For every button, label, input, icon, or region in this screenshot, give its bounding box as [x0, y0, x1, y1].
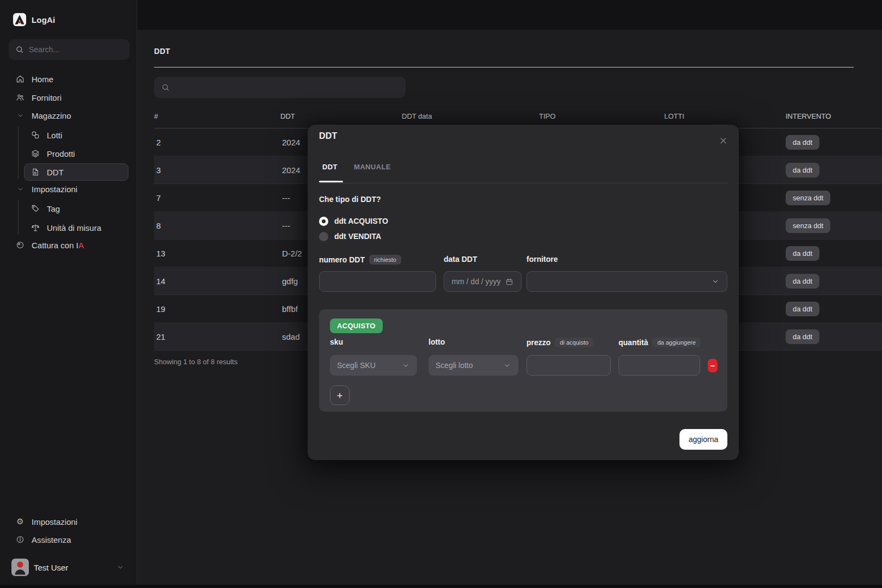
- chevron-down-icon: [16, 185, 24, 193]
- data-ddt-label: data DDT: [444, 255, 477, 264]
- sidebar-item-tag[interactable]: Tag: [9, 200, 130, 217]
- user-name: Test User: [34, 563, 68, 572]
- document-icon: [31, 168, 40, 176]
- col-header-lotti: LOTTI: [664, 112, 684, 120]
- tag-icon: [31, 204, 40, 213]
- active-tab-underline: [319, 181, 343, 182]
- fornitore-select[interactable]: [526, 271, 727, 292]
- scale-icon: [31, 223, 40, 232]
- sidebar-search-input[interactable]: [29, 45, 116, 54]
- tab-divider: [319, 183, 727, 183]
- results-count: Showing 1 to 8 of 8 results: [154, 358, 237, 366]
- prezzo-label: prezzo di acquisto: [526, 338, 593, 347]
- lotto-label: lotto: [428, 338, 445, 346]
- window-bottom-edge: [0, 585, 882, 588]
- intervento-badge[interactable]: senza ddt: [786, 191, 830, 205]
- chevron-down-icon: [401, 361, 410, 370]
- sidebar-item-magazzino[interactable]: Magazzino: [9, 107, 130, 124]
- ddt-type-question: Che tipo di DDT?: [319, 195, 381, 204]
- sku-label: sku: [330, 338, 343, 346]
- col-header-ddt-data: DDT data: [402, 112, 432, 120]
- chevron-down-icon: [503, 361, 511, 370]
- title-divider: [154, 67, 854, 68]
- sidebar-item-impostazioni-nav[interactable]: Impostazioni: [9, 180, 130, 198]
- sidebar-item-prodotti[interactable]: Prodotti: [9, 145, 130, 162]
- tab-ddt[interactable]: DDT: [322, 163, 338, 171]
- sidebar-item-lotti[interactable]: Lotti: [9, 126, 130, 144]
- intervento-badge[interactable]: da ddt: [786, 135, 819, 150]
- chevron-down-icon: [116, 563, 125, 572]
- quantita-input[interactable]: [618, 355, 700, 376]
- dialog-title: DDT: [319, 131, 337, 141]
- data-ddt-input[interactable]: mm / dd / yyyy: [444, 271, 522, 292]
- sidebar-item-cattura-con-ia[interactable]: Cattura con IA: [9, 236, 130, 254]
- richiesto-badge: richiesto: [369, 255, 401, 265]
- radio-selected-icon[interactable]: [319, 217, 328, 226]
- chevron-down-icon: [711, 277, 720, 286]
- col-header-intervento: INTERVENTO: [786, 112, 831, 120]
- sidebar-item-assistenza[interactable]: Assistenza: [9, 531, 130, 548]
- fornitore-label: fornitore: [526, 255, 558, 264]
- page-title: DDT: [154, 47, 170, 56]
- intervento-badge[interactable]: senza ddt: [786, 218, 830, 233]
- col-header-ddt: DDT: [280, 112, 295, 120]
- search-icon: [161, 83, 170, 92]
- layers-icon: [31, 149, 40, 158]
- lens-icon: [16, 241, 24, 249]
- gear-icon: ⚙: [16, 517, 24, 526]
- numero-ddt-input[interactable]: [319, 271, 436, 292]
- intervento-badge[interactable]: da ddt: [786, 163, 819, 177]
- lotto-select[interactable]: Scegli lotto: [428, 355, 518, 376]
- chevron-down-icon: [16, 111, 24, 120]
- sidebar-search[interactable]: [9, 39, 130, 60]
- sku-select[interactable]: Scegli SKU: [330, 355, 417, 376]
- remove-row-button[interactable]: −: [708, 359, 718, 372]
- users-icon: [16, 93, 24, 102]
- app-window: LogAi Home Fornitori: [0, 0, 882, 588]
- ai-accent-letter: A: [78, 241, 84, 250]
- radio-unselected-icon[interactable]: [319, 232, 328, 241]
- home-icon: [16, 75, 24, 83]
- quantita-label: quantità da aggiungere: [618, 338, 701, 347]
- brand-name: LogAi: [32, 15, 56, 24]
- search-icon: [15, 45, 24, 54]
- da-aggiungere-badge: da aggiungere: [652, 338, 700, 347]
- col-header-num: #: [154, 112, 158, 120]
- aggiorna-button[interactable]: aggiorna: [679, 429, 727, 450]
- table-search[interactable]: [154, 77, 406, 98]
- lots-icon: [31, 131, 40, 139]
- sidebar: LogAi Home Fornitori: [0, 0, 137, 585]
- sidebar-item-unita-di-misura[interactable]: Unità di misura: [9, 219, 130, 236]
- sidebar-item-fornitori[interactable]: Fornitori: [9, 89, 130, 106]
- table-search-input[interactable]: [175, 83, 382, 92]
- radio-ddt-acquisto[interactable]: ddt ACQUISTO: [319, 216, 388, 226]
- acquisto-panel: ACQUISTO sku lotto prezzo di acquisto qu…: [319, 309, 727, 412]
- info-icon: [16, 535, 24, 544]
- intervento-badge[interactable]: da ddt: [786, 246, 819, 261]
- add-row-button[interactable]: +: [330, 385, 350, 405]
- sidebar-item-impostazioni-footer[interactable]: ⚙ Impostazioni: [9, 513, 130, 530]
- intervento-badge[interactable]: da ddt: [786, 302, 819, 316]
- sidebar-item-home[interactable]: Home: [9, 70, 130, 88]
- user-menu[interactable]: Test User: [11, 556, 132, 578]
- acquisto-type-badge: ACQUISTO: [330, 318, 383, 333]
- intervento-badge[interactable]: da ddt: [786, 274, 819, 289]
- tab-manuale[interactable]: MANUALE: [354, 163, 391, 171]
- calendar-icon[interactable]: [505, 277, 514, 286]
- avatar: [11, 559, 29, 576]
- brand: LogAi: [13, 13, 56, 27]
- numero-ddt-label: numero DDT richiesto: [319, 255, 401, 265]
- logai-logo-icon: [13, 13, 26, 26]
- close-icon[interactable]: [716, 134, 730, 147]
- prezzo-input[interactable]: [526, 355, 611, 376]
- radio-ddt-vendita[interactable]: ddt VENDITA: [319, 231, 381, 241]
- intervento-badge[interactable]: da ddt: [786, 329, 819, 344]
- sidebar-item-ddt[interactable]: DDT: [9, 163, 130, 181]
- col-header-tipo: TIPO: [539, 112, 555, 120]
- di-acquisto-badge: di acquisto: [555, 338, 593, 347]
